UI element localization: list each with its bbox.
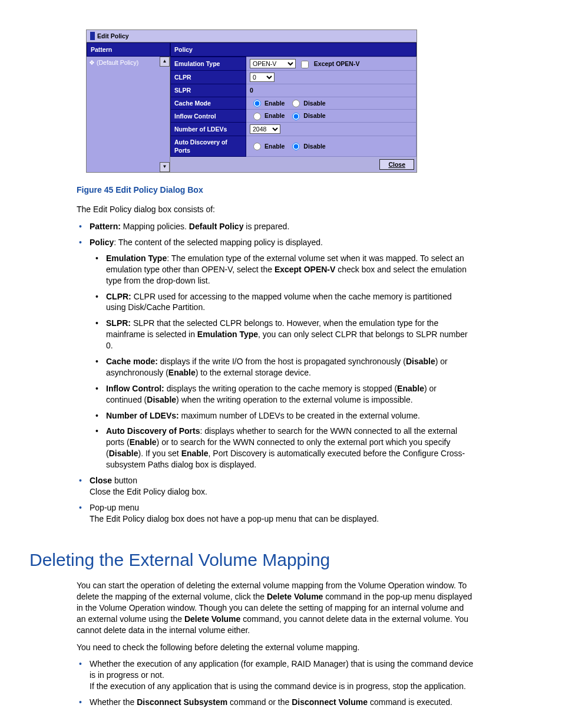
list-item: Pop-up menu The Edit Policy dialog box d…: [77, 502, 474, 525]
top-list: Pattern: Mapping policies. Default Polic…: [77, 221, 474, 524]
emulation-type-select[interactable]: OPEN-V: [250, 59, 296, 68]
emulation-type-label: Emulation Type: [171, 57, 246, 71]
list-item: SLPR: SLPR that the selected CLPR belong…: [90, 318, 474, 351]
emulation-type-value: OPEN-V Except OPEN-V: [246, 57, 416, 71]
list-item: Pattern: Mapping policies. Default Polic…: [77, 221, 474, 232]
list-item: Auto Discovery of Ports: displays whethe…: [90, 426, 474, 470]
auto-enable-radio[interactable]: [253, 143, 261, 150]
policy-icon: ❖: [89, 58, 95, 67]
intro-text: The Edit Policy dialog box consists of:: [77, 204, 474, 215]
scroll-up-button[interactable]: ▲: [160, 57, 170, 67]
ldev-select[interactable]: 2048: [250, 124, 280, 134]
inflow-control-label: Inflow Control: [171, 110, 246, 123]
list-item: Inflow Control: displays the writing ope…: [90, 383, 474, 406]
list-item: Number of LDEVs: maximum number of LDEVs…: [90, 410, 474, 421]
edit-policy-dialog: Edit Policy Pattern ❖ (Default Policy) ▲…: [86, 29, 417, 173]
auto-discovery-label: Auto Discovery of Ports: [171, 136, 246, 156]
list-item: Policy: The content of the selected mapp…: [77, 237, 474, 470]
inflow-disable-radio[interactable]: [292, 113, 300, 120]
dialog-title: Edit Policy: [87, 30, 416, 42]
inflow-enable-radio[interactable]: [253, 113, 261, 120]
dialog-title-text: Edit Policy: [97, 32, 129, 40]
pattern-list[interactable]: ❖ (Default Policy) ▲ ▼: [87, 57, 170, 172]
clpr-label: CLPR: [171, 71, 246, 84]
pattern-item-label: (Default Policy): [97, 58, 138, 67]
scroll-down-button[interactable]: ▼: [160, 162, 170, 172]
delete-paragraph-2: You need to check the following before d…: [77, 642, 474, 653]
list-item: Cache mode: displays if the write I/O fr…: [90, 356, 474, 378]
section-heading: Deleting the External Volume Mapping: [29, 548, 474, 572]
figure-caption: Figure 45 Edit Policy Dialog Box: [77, 185, 474, 196]
cache-mode-label: Cache Mode: [171, 97, 246, 110]
auto-disable-radio[interactable]: [292, 143, 300, 150]
cache-disable-radio[interactable]: [292, 100, 300, 107]
policy-header: Policy: [170, 42, 416, 57]
slpr-value: 0: [246, 84, 416, 97]
list-item: Close button Close the Edit Policy dialo…: [77, 475, 474, 498]
except-openv-label: Except OPEN-V: [314, 60, 360, 67]
ldev-label: Number of LDEVs: [171, 122, 246, 136]
slpr-label: SLPR: [171, 84, 246, 97]
list-item: CLPR: CLPR used for accessing to the map…: [90, 291, 474, 314]
list-item: Whether the Disconnect Subsystem command…: [77, 697, 474, 708]
clpr-select[interactable]: 0: [250, 73, 275, 82]
list-item: Emulation Type: The emulation type of th…: [90, 253, 474, 286]
except-openv-checkbox[interactable]: [301, 61, 309, 68]
list-item: Whether the execution of any application…: [77, 658, 474, 692]
close-button[interactable]: Close: [379, 159, 414, 170]
cache-enable-radio[interactable]: [253, 100, 261, 107]
pattern-item-default[interactable]: ❖ (Default Policy): [88, 58, 168, 67]
pattern-header: Pattern: [87, 42, 170, 57]
delete-paragraph-1: You can start the operation of deleting …: [77, 580, 474, 635]
